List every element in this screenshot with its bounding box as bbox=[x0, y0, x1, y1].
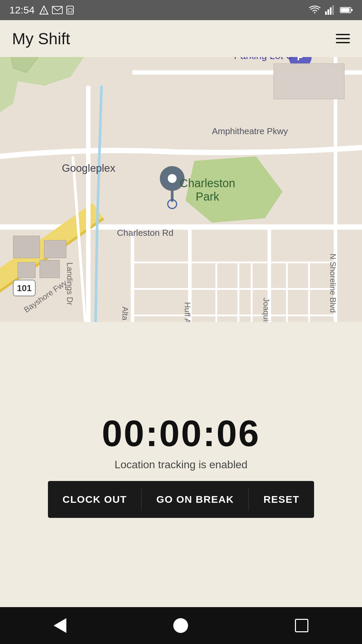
battery-icon bbox=[340, 6, 353, 14]
svg-rect-11 bbox=[351, 9, 353, 11]
bottom-panel: 00:00:06 Location tracking is enabled CL… bbox=[0, 322, 362, 607]
recent-apps-button[interactable] bbox=[290, 613, 314, 638]
svg-text:P: P bbox=[297, 57, 303, 62]
svg-text:Landings Dr: Landings Dr bbox=[65, 262, 74, 305]
menu-line-1 bbox=[336, 34, 350, 35]
app-title: My Shift bbox=[12, 30, 70, 48]
svg-text:Park: Park bbox=[196, 190, 220, 203]
svg-text:Parking Lot C: Parking Lot C bbox=[234, 57, 293, 61]
status-time: 12:54 bbox=[9, 4, 35, 16]
svg-rect-6 bbox=[327, 9, 329, 15]
status-icons: ! bbox=[39, 5, 74, 15]
svg-rect-10 bbox=[341, 8, 350, 12]
svg-text:101: 101 bbox=[17, 283, 32, 293]
svg-text:Charleston: Charleston bbox=[180, 177, 235, 190]
wifi-icon bbox=[309, 5, 320, 15]
svg-rect-7 bbox=[330, 7, 331, 15]
svg-text:Alta Ave: Alta Ave bbox=[121, 307, 129, 322]
alert-icon: ! bbox=[39, 5, 49, 15]
svg-rect-8 bbox=[332, 5, 334, 15]
mail-icon bbox=[52, 6, 63, 14]
svg-rect-36 bbox=[40, 260, 60, 278]
svg-text:Googleplex: Googleplex bbox=[62, 162, 115, 174]
signal-icon bbox=[325, 5, 335, 15]
back-icon bbox=[54, 618, 66, 633]
reset-button[interactable]: RESET bbox=[249, 481, 314, 518]
status-bar-right bbox=[309, 5, 353, 15]
menu-line-3 bbox=[336, 42, 350, 43]
back-button[interactable] bbox=[48, 613, 72, 638]
nav-bar bbox=[0, 607, 362, 644]
map-container: P Temporarily closed Parking Lot C Googl… bbox=[0, 57, 362, 322]
svg-rect-4 bbox=[68, 9, 72, 12]
clock-out-button[interactable]: CLOCK OUT bbox=[48, 481, 142, 518]
menu-line-2 bbox=[336, 38, 350, 39]
timer-display: 00:00:06 bbox=[102, 415, 260, 452]
svg-rect-39 bbox=[274, 64, 345, 99]
home-icon bbox=[173, 618, 188, 633]
menu-button[interactable] bbox=[336, 34, 350, 43]
svg-text:Amphitheatre Pkwy: Amphitheatre Pkwy bbox=[212, 126, 288, 136]
location-status: Location tracking is enabled bbox=[115, 459, 248, 471]
svg-text:Joaquin Rd: Joaquin Rd bbox=[262, 298, 270, 322]
home-button[interactable] bbox=[168, 613, 193, 638]
go-on-break-button[interactable]: GO ON BREAK bbox=[141, 481, 249, 518]
recent-icon bbox=[295, 619, 308, 632]
action-buttons-container: CLOCK OUT GO ON BREAK RESET bbox=[48, 481, 314, 518]
status-bar-left: 12:54 ! bbox=[9, 4, 74, 16]
svg-rect-3 bbox=[67, 6, 73, 14]
status-bar: 12:54 ! bbox=[0, 0, 362, 20]
svg-text:Huff Ave: Huff Ave bbox=[183, 302, 192, 322]
svg-text:N Shoreline Blvd: N Shoreline Blvd bbox=[328, 254, 337, 313]
svg-text:!: ! bbox=[43, 9, 45, 14]
sim-icon bbox=[66, 5, 74, 15]
svg-rect-35 bbox=[18, 262, 36, 278]
svg-rect-33 bbox=[13, 236, 40, 258]
svg-text:Charleston Rd: Charleston Rd bbox=[117, 228, 173, 238]
svg-point-41 bbox=[168, 174, 176, 183]
app-bar: My Shift bbox=[0, 20, 362, 57]
svg-rect-34 bbox=[44, 240, 66, 258]
svg-rect-5 bbox=[325, 11, 327, 15]
map-svg: P Temporarily closed Parking Lot C Googl… bbox=[0, 57, 362, 322]
